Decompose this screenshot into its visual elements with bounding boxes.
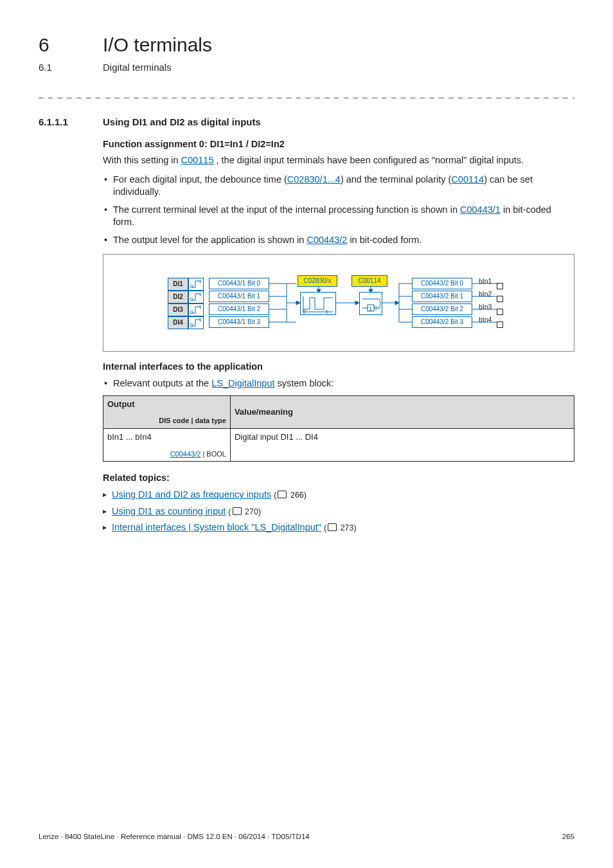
book-icon [233,507,242,515]
td-value: Digital input DI1 ... DI4 [230,429,574,462]
chapter-number: 6 [39,32,77,59]
deb-axis-zero: 0 [303,308,306,316]
in-bit-1: C00443/1 Bit 1 [209,291,269,302]
b3-pre: The output level for the application is … [113,235,306,245]
bullet-output-level: The output level for the application is … [103,234,574,247]
debounce-icon: 0 t [300,292,336,315]
link-ls-digitalinput[interactable]: LS_DigitalInput [211,378,274,388]
port-icon [497,296,503,302]
link-c00443-2[interactable]: C00443/2 [306,235,347,245]
out-bit-0: C00443/2 Bit 0 [412,278,472,289]
di1-box: DI1 [168,278,188,291]
edge-icon: 10 [188,278,204,291]
related-3-page: 273 [341,523,354,532]
edge-icon: 10 [188,291,204,303]
signal-diagram: DI1 DI2 DI3 DI4 10 10 10 10 [103,254,574,352]
out-label-bin1: bIn1 [479,276,492,285]
link-c02830[interactable]: C02830/1...4 [287,174,341,185]
related-item-2: Using DI1 as counting input ( 270) [103,505,574,518]
interfaces-table: Output DIS code | data type Value/meanin… [103,395,574,462]
subsection-number: 6.1.1.1 [39,116,77,129]
th-dis-label: DIS code | data type [107,416,226,426]
b3-post: in bit-coded form. [347,235,422,245]
edge-icon: 10 [188,316,204,329]
deb-axis-t: t [326,308,328,316]
function-assignment-heading: Function assignment 0: DI1=In1 / DI2=In2 [103,138,574,151]
out-label-bin4: bIn4 [479,315,492,324]
related-heading: Related topics: [103,472,574,485]
interfaces-bullet: Relevant outputs at the LS_DigitalInput … [103,377,574,390]
di4-box: DI4 [168,316,188,329]
port-icon [497,283,503,289]
related-item-3: Internal interfaces | System block "LS_D… [103,521,574,534]
edge-icon: 10 [188,303,204,316]
in-bit-3: C00443/1 Bit 3 [209,316,269,328]
b2-pre: The current terminal level at the input … [113,204,460,215]
svg-point-37 [375,307,377,309]
bullet-debounce-polarity: For each digital input, the debounce tim… [103,174,574,199]
di3-box: DI3 [168,303,188,316]
out-label-bin2: bIn2 [479,289,492,298]
section-title: Digital terminals [103,61,172,74]
link-counting-input[interactable]: Using DI1 as counting input [112,506,226,516]
out-bit-3: C00443/2 Bit 3 [412,316,472,328]
divider-dashes: _ _ _ _ _ _ _ _ _ _ _ _ _ _ _ _ _ _ _ _ … [39,88,574,100]
intro-post: , the digital input terminals have been … [213,155,524,165]
td-output: bIn1 ... bIn4 C00443/2 | BOOL [103,429,231,462]
intro-paragraph: With this setting in C00115 , the digita… [103,154,574,167]
param-c00114: C00114 [351,275,387,287]
pol-one: 1 [369,305,372,312]
di2-box: DI2 [168,291,188,303]
td-output-name: bIn1 ... bIn4 [107,431,226,443]
section-number: 6.1 [39,61,77,74]
subsection-title: Using DI1 and DI2 as digital inputs [103,116,261,129]
link-c00443-1[interactable]: C00443/1 [460,204,501,215]
iface-post: system block: [275,378,334,388]
port-icon [497,321,503,328]
related-2-page: 270 [245,507,258,516]
link-freq-inputs[interactable]: Using DI1 and DI2 as frequency inputs [112,489,271,500]
link-c00114[interactable]: C00114 [451,174,484,185]
related-1-page: 266 [290,491,304,500]
port-icon [497,309,503,315]
polarity-icon: 1 [359,292,382,315]
in-bit-2: C00443/1 Bit 2 [209,303,269,315]
interfaces-heading: Internal interfaces to the application [103,361,574,374]
footer-left: Lenze · 8400 StateLine · Reference manua… [39,832,310,842]
chapter-title: I/O terminals [103,32,212,59]
th-output: Output DIS code | data type [103,395,231,428]
bullet-input-level: The current terminal level at the input … [103,204,574,229]
param-c02830x: C02830/x [298,275,337,287]
link-sysblock[interactable]: Internal interfaces | System block "LS_D… [112,522,321,532]
in-bit-0: C00443/1 Bit 0 [209,278,269,289]
th-output-label: Output [107,399,226,410]
b1-mid: ) and the terminal polarity ( [341,174,451,185]
intro-pre: With this setting in [103,155,181,165]
book-icon [278,491,287,498]
svg-marker-15 [395,301,399,305]
link-c00115[interactable]: C00115 [181,155,214,165]
out-label-bin3: bIn3 [479,302,492,311]
related-item-1: Using DI1 and DI2 as frequency inputs ( … [103,489,574,502]
iface-pre: Relevant outputs at the [113,378,211,388]
book-icon [328,523,337,531]
b1-pre: For each digital input, the debounce tim… [113,174,287,185]
link-c00443-2-table[interactable]: C00443/2 [170,450,201,458]
out-bit-2: C00443/2 Bit 2 [412,303,472,315]
out-bit-1: C00443/2 Bit 1 [412,291,472,302]
page-number: 265 [562,832,574,842]
td-dis-post: | BOOL [200,450,226,458]
th-value: Value/meaning [230,395,574,428]
